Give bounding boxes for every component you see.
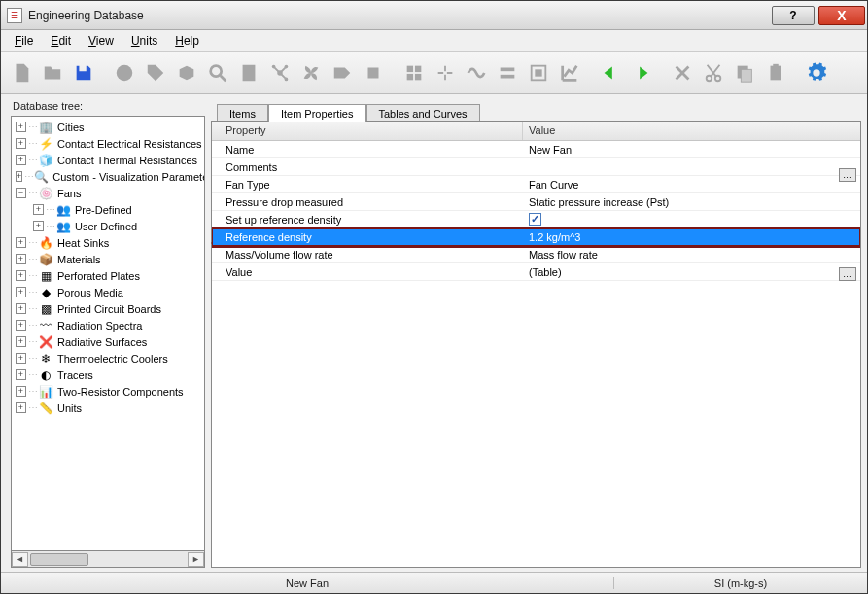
tag-icon[interactable]: [141, 58, 170, 87]
svg-rect-8: [407, 65, 413, 71]
tree-item[interactable]: +⋯👥User Defined: [12, 218, 204, 234]
property-row[interactable]: Pressure drop measuredStatic pressure in…: [212, 193, 860, 211]
expand-toggle[interactable]: +: [16, 369, 26, 380]
property-value-text: Mass flow rate: [529, 249, 598, 261]
scroll-right-icon[interactable]: ►: [188, 552, 204, 567]
database-tree[interactable]: +⋯🏢Cities+⋯⚡Contact Electrical Resistanc…: [11, 116, 205, 551]
tree-item[interactable]: +⋯📊Two-Resistor Components: [12, 383, 204, 400]
menu-units[interactable]: Units: [123, 32, 165, 50]
tree-item[interactable]: +⋯👥Pre-Defined: [12, 201, 204, 218]
fan-icon[interactable]: [296, 58, 326, 87]
tree-item[interactable]: +⋯◐Tracers: [12, 367, 204, 383]
tree-item[interactable]: +⋯▩Printed Circuit Boards: [12, 300, 204, 317]
help-button[interactable]: ?: [772, 6, 815, 25]
forward-icon[interactable]: [627, 58, 656, 87]
copy-icon[interactable]: [730, 58, 759, 87]
tree-item[interactable]: +⋯📏Units: [12, 400, 204, 416]
property-value[interactable]: Fan Curve: [523, 179, 860, 191]
property-value[interactable]: Mass flow rate: [523, 249, 860, 261]
expand-toggle[interactable]: −: [16, 188, 26, 198]
expand-toggle[interactable]: +: [16, 122, 26, 132]
property-row[interactable]: Value(Table)…: [212, 263, 860, 281]
property-value[interactable]: Static pressure increase (Pst): [523, 196, 860, 208]
cut-icon[interactable]: [699, 58, 728, 87]
label-icon[interactable]: [328, 58, 357, 87]
property-value[interactable]: ✓: [523, 213, 860, 226]
tree-item[interactable]: +⋯🏢Cities: [12, 119, 204, 135]
tree-item[interactable]: +⋯📦Materials: [12, 251, 204, 267]
new-icon[interactable]: [7, 58, 36, 87]
expand-toggle[interactable]: +: [16, 270, 26, 281]
wave-icon[interactable]: [462, 58, 491, 87]
sphere-icon[interactable]: [110, 58, 139, 87]
expand-toggle[interactable]: +: [33, 221, 44, 231]
toolbar: [1, 52, 867, 94]
node-icon[interactable]: [265, 58, 295, 87]
paste-icon[interactable]: [761, 58, 790, 87]
property-row[interactable]: Set up reference density✓: [212, 211, 860, 228]
align-icon[interactable]: [431, 58, 460, 87]
delete-icon[interactable]: [668, 58, 697, 87]
property-row[interactable]: NameNew Fan: [212, 141, 860, 158]
property-row[interactable]: Mass/Volume flow rateMass flow rate: [212, 246, 860, 263]
property-value-text: Fan Curve: [529, 179, 578, 191]
col-value[interactable]: Value: [523, 122, 860, 140]
scroll-left-icon[interactable]: ◄: [12, 552, 28, 567]
layers-icon[interactable]: [493, 58, 522, 87]
gear-icon[interactable]: [802, 58, 831, 87]
property-row[interactable]: Fan TypeFan Curve: [212, 176, 860, 193]
expand-toggle[interactable]: +: [16, 254, 26, 264]
tab-item-properties[interactable]: Item Properties: [268, 104, 366, 122]
folder-icon[interactable]: [38, 58, 67, 87]
expand-toggle[interactable]: +: [16, 237, 26, 248]
checkbox[interactable]: ✓: [529, 213, 541, 226]
tree-item[interactable]: +⋯▦Perforated Plates: [12, 267, 204, 284]
tree-item[interactable]: +⋯⚡Contact Electrical Resistances: [12, 135, 204, 152]
tree-item-label: Radiation Spectra: [57, 320, 142, 332]
expand-toggle[interactable]: +: [16, 336, 26, 347]
menu-file[interactable]: File: [7, 32, 41, 50]
tree-item[interactable]: +⋯〰Radiation Spectra: [12, 317, 204, 333]
property-row[interactable]: Comments…: [212, 158, 860, 176]
expand-toggle[interactable]: +: [16, 386, 26, 397]
tree-item[interactable]: +⋯🔍Custom - Visualization Parameters: [12, 168, 204, 185]
property-value[interactable]: (Table)…: [523, 266, 860, 278]
grid-icon[interactable]: [399, 58, 429, 87]
expand-toggle[interactable]: +: [33, 204, 44, 215]
back-icon[interactable]: [596, 58, 625, 87]
doc-icon[interactable]: [234, 58, 263, 87]
tree-item-label: Contact Electrical Resistances: [57, 138, 202, 150]
expand-toggle[interactable]: +: [16, 353, 26, 364]
close-button[interactable]: X: [818, 6, 865, 25]
tree-item[interactable]: +⋯❄Thermoelectric Coolers: [12, 350, 204, 367]
board-icon[interactable]: [524, 58, 553, 87]
tree-item[interactable]: +⋯◆Porous Media: [12, 284, 204, 300]
property-value[interactable]: 1.2 kg/m^3: [523, 231, 860, 243]
chart-icon[interactable]: [555, 58, 584, 87]
menu-help[interactable]: Help: [167, 32, 207, 50]
menu-edit[interactable]: Edit: [43, 32, 79, 50]
cube-icon[interactable]: [172, 58, 201, 87]
menu-view[interactable]: View: [81, 32, 122, 50]
expand-toggle[interactable]: +: [16, 171, 22, 182]
scroll-thumb[interactable]: [30, 553, 88, 566]
tree-item[interactable]: +⋯❌Radiative Surfaces: [12, 333, 204, 350]
expand-toggle[interactable]: +: [16, 303, 26, 314]
expand-toggle[interactable]: +: [16, 320, 26, 331]
expand-toggle[interactable]: +: [16, 402, 26, 413]
tree-hscrollbar[interactable]: ◄ ►: [11, 551, 205, 568]
search-icon[interactable]: [203, 58, 232, 87]
expand-toggle[interactable]: +: [16, 287, 26, 297]
tree-item[interactable]: +⋯🧊Contact Thermal Resistances: [12, 152, 204, 168]
ellipsis-button[interactable]: …: [839, 267, 856, 281]
property-value[interactable]: New Fan: [523, 144, 860, 156]
expand-toggle[interactable]: +: [16, 138, 26, 149]
save-icon[interactable]: [69, 58, 98, 87]
col-property[interactable]: Property: [212, 122, 523, 140]
tree-item[interactable]: −⋯🍥Fans: [12, 185, 204, 201]
tree-item[interactable]: +⋯🔥Heat Sinks: [12, 234, 204, 251]
expand-toggle[interactable]: +: [16, 155, 26, 165]
chip-icon[interactable]: [359, 58, 388, 87]
property-row[interactable]: Reference density1.2 kg/m^3: [212, 228, 860, 246]
tree-item-label: Thermoelectric Coolers: [57, 353, 168, 365]
